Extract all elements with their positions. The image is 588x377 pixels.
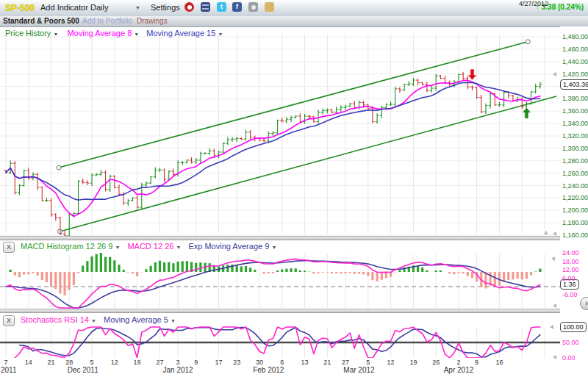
price-axis-label: 1,220.00 — [562, 194, 588, 201]
add-to-portfolio-link[interactable]: Add to Portfolio — [82, 17, 132, 25]
add-indicator-button[interactable]: Add Indicator — [40, 3, 88, 12]
price-axis-label: 1,340.00 — [562, 120, 588, 127]
macd-histogram-bar — [358, 272, 360, 273]
macd-histogram-bar — [471, 272, 473, 278]
up-arrow-annotation — [522, 107, 531, 118]
macd-histogram-bar — [285, 269, 287, 272]
stoch-rsi-dropdown[interactable]: Stochastics RSI 14 ▼ — [21, 315, 96, 324]
macd-histogram-bar — [467, 272, 469, 276]
macd-histogram-bar — [127, 272, 129, 273]
scroll-right-button[interactable]: › — [580, 297, 588, 310]
macd-histogram-bar — [145, 269, 147, 272]
price-axis-label: 1,480.00 — [562, 33, 588, 40]
caret-icon[interactable]: ▼ — [134, 32, 139, 37]
macd-histogram-bar — [245, 266, 247, 272]
caret-icon[interactable]: ▼ — [271, 245, 276, 250]
caret-icon[interactable]: ▼ — [218, 32, 223, 37]
macd-histogram-bar — [168, 262, 170, 272]
price-legend: Price History ▼ Moving Average 8 ▼ Movin… — [5, 29, 223, 37]
period-caret-icon[interactable]: ▼ — [135, 5, 140, 10]
macd-histogram-bar — [349, 272, 351, 273]
macd-histogram-bar — [104, 257, 107, 272]
macd-histogram-bar — [435, 270, 437, 272]
macd-histogram-bar — [163, 262, 165, 272]
panel-resize-divider[interactable] — [0, 309, 561, 313]
macd-histogram-bar — [322, 272, 324, 273]
caret-icon[interactable]: ▼ — [53, 32, 58, 37]
caret-icon[interactable]: ▼ — [91, 318, 96, 323]
drawing-handle[interactable] — [57, 165, 61, 170]
macd-histogram-bar — [331, 272, 333, 273]
macd-histogram-bar — [268, 272, 270, 273]
twitter-icon[interactable]: t — [217, 2, 226, 12]
stoch-ma-dropdown[interactable]: Moving Average 5 ▼ — [104, 315, 176, 324]
axis-marker-icon — [551, 256, 555, 261]
drawing-handle[interactable] — [526, 40, 530, 44]
macd-histogram-bar — [462, 272, 465, 273]
macd-histogram-bar — [59, 272, 61, 293]
alerts-icon[interactable] — [184, 2, 194, 12]
macd-histogram-bar — [453, 272, 455, 274]
macd-histogram-bar — [176, 262, 179, 272]
axis-marker-icon — [553, 72, 556, 76]
macd-histogram-bar — [516, 272, 518, 279]
month-label: Dec 2011 — [64, 366, 102, 374]
axis-marker-icon — [553, 355, 556, 359]
date-tick-label: 21 — [44, 359, 59, 366]
period-dropdown[interactable]: Daily — [90, 3, 108, 12]
macd-histogram-bar — [526, 272, 528, 279]
ma8-dropdown[interactable]: Moving Average 8 ▼ — [67, 29, 139, 37]
mail-icon[interactable] — [265, 2, 274, 12]
macd-close-button[interactable]: X — [3, 242, 15, 253]
last-price-badge: 1,403.36 — [560, 79, 588, 90]
macd-histogram-bar — [154, 262, 157, 272]
facebook-icon[interactable]: f — [232, 2, 242, 12]
price-axis-label: 1,440.00 — [562, 58, 588, 65]
macd-histogram-bar — [14, 272, 16, 276]
date-tick-label: 17 — [212, 359, 226, 366]
price-axis-label: 1,360.00 — [562, 107, 588, 115]
macd-histogram-bar — [457, 272, 459, 273]
last-date-label: 4/27/2012 — [510, 0, 548, 7]
ma15-dropdown[interactable]: Moving Average 15 ▼ — [146, 29, 223, 37]
date-tick-label: 13 — [298, 359, 312, 366]
settings-button[interactable]: Settings — [151, 3, 180, 12]
price-axis-label: 1,280.00 — [562, 157, 588, 165]
date-tick-label: 12 — [107, 359, 122, 366]
symbol-label[interactable]: SP-500 — [5, 3, 35, 13]
macd-histogram-bar — [317, 272, 319, 273]
macd-histogram-bar — [90, 256, 93, 272]
macd-histogram-bar — [109, 257, 111, 272]
axis-marker-icon — [553, 304, 556, 308]
price-history-dropdown[interactable]: Price History ▼ — [5, 29, 58, 37]
stoch-axis-label: 0.00 — [562, 354, 576, 362]
price-chart[interactable] — [0, 26, 560, 237]
macd-histogram-bar — [254, 270, 256, 272]
macd-histogram-bar — [484, 272, 487, 289]
macd-histogram-bar — [118, 265, 120, 272]
macd-histogram-bar — [344, 272, 346, 273]
caret-icon[interactable]: ▼ — [115, 245, 120, 250]
macd-histogram-bar — [77, 272, 79, 273]
macd-histogram-bar — [86, 261, 88, 272]
database-icon[interactable] — [201, 2, 210, 12]
macd-signal-dropdown[interactable]: Exp Moving Average 9 ▼ — [188, 242, 276, 251]
macd-histogram-bar — [295, 268, 297, 272]
caret-icon[interactable]: ▼ — [171, 318, 176, 323]
macd-histogram-dropdown[interactable]: MACD Histogram 12 26 9 ▼ — [21, 242, 120, 251]
macd-histogram-bar — [521, 272, 523, 279]
drawing-handle[interactable] — [57, 229, 62, 234]
caret-icon[interactable]: ▼ — [176, 245, 181, 250]
price-axis-label: 1,240.00 — [562, 182, 588, 190]
macd-histogram-bar — [249, 268, 251, 272]
camera-icon[interactable] — [248, 2, 258, 12]
macd-line — [6, 259, 540, 308]
month-label: Mar 2012 — [340, 366, 378, 374]
macd-histogram-bar — [381, 272, 383, 280]
macd-histogram-bar — [113, 260, 115, 272]
macd-line-dropdown[interactable]: MACD 12 26 ▼ — [127, 242, 181, 251]
drawings-menu[interactable]: Drawings — [137, 17, 168, 25]
macd-histogram-bar — [440, 270, 442, 272]
price-axis-label: 1,260.00 — [562, 170, 588, 177]
stoch-close-button[interactable]: X — [3, 315, 15, 326]
